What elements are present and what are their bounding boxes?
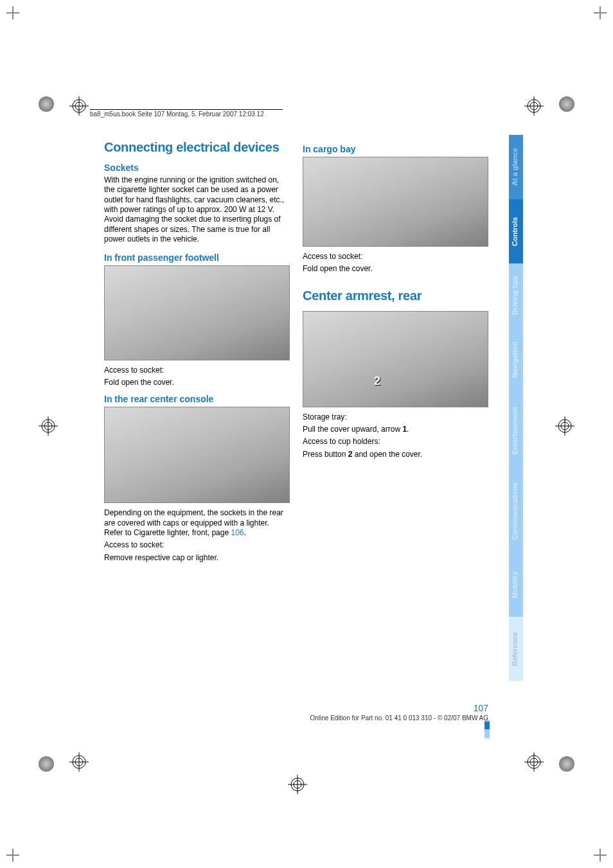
side-tabs: At a glance Controls Driving tips Naviga… — [509, 135, 523, 681]
subsection-title: Sockets — [104, 163, 290, 173]
crop-mark — [594, 6, 607, 19]
tab-mobility[interactable]: Mobility — [509, 553, 523, 617]
figure-callout-number: 2 — [374, 375, 380, 388]
body-text: Access to socket: — [104, 540, 290, 550]
crop-mark — [594, 849, 607, 862]
body-text: Fold open the cover. — [303, 264, 488, 274]
registration-dot — [559, 96, 574, 112]
body-text: Fold open the cover. — [104, 378, 290, 387]
body-text: Depending on the equipment, the sockets … — [104, 508, 290, 538]
page-content: Connecting electrical devices Sockets Wi… — [104, 140, 488, 565]
registration-mark — [69, 96, 89, 116]
tab-at-a-glance[interactable]: At a glance — [509, 135, 523, 199]
footer-accent-bar — [484, 722, 490, 729]
subsection-title: In the rear center console — [104, 394, 290, 404]
body-text: Pull the cover upward, arrow 1. — [303, 425, 488, 434]
tab-controls[interactable]: Controls — [509, 199, 523, 263]
book-header-line: ba8_m5us.book Seite 107 Montag, 5. Febru… — [90, 109, 283, 118]
tab-entertainment[interactable]: Entertainment — [509, 392, 523, 469]
tab-reference[interactable]: Reference — [509, 617, 523, 681]
section-title: Center armrest, rear — [303, 288, 488, 303]
subsection-title: In front passenger footwell — [104, 252, 290, 263]
registration-mark — [524, 752, 544, 772]
figure-center-armrest: 2 — [303, 311, 488, 407]
registration-mark — [555, 416, 574, 436]
footer-edition-line: Online Edition for Part no. 01 41 0 013 … — [310, 714, 488, 722]
registration-mark — [39, 416, 58, 436]
subsection-title: In cargo bay — [303, 144, 488, 154]
figure-footwell — [104, 265, 290, 360]
body-text: Access to socket: — [104, 366, 290, 375]
registration-dot — [39, 756, 54, 772]
body-text: Press button 2 and open the cover. — [303, 450, 488, 459]
registration-dot — [559, 756, 574, 772]
page-number: 107 — [104, 703, 488, 713]
crop-mark — [6, 849, 19, 862]
right-column: In cargo bay Access to socket: Fold open… — [303, 140, 488, 565]
registration-mark — [69, 752, 89, 772]
registration-dot — [39, 96, 54, 112]
crop-mark — [6, 6, 19, 19]
tab-navigation[interactable]: Navigation — [509, 328, 523, 392]
body-text: Access to cup holders: — [303, 437, 488, 447]
tab-driving-tips[interactable]: Driving tips — [509, 263, 523, 328]
figure-rear-console — [104, 407, 290, 503]
registration-mark — [288, 775, 307, 794]
tab-communications[interactable]: Communications — [509, 469, 523, 553]
body-text: Access to socket: — [303, 252, 488, 261]
left-column: Connecting electrical devices Sockets Wi… — [104, 140, 290, 565]
body-text: Remove respective cap or lighter. — [104, 553, 290, 563]
body-text: With the engine running or the ignition … — [104, 175, 290, 245]
section-title: Connecting electrical devices — [104, 140, 290, 155]
registration-mark — [524, 96, 544, 116]
page-reference-link[interactable]: 106 — [231, 528, 244, 537]
body-text: Storage tray: — [303, 412, 488, 422]
page-footer: 107 Online Edition for Part no. 01 41 0 … — [104, 703, 488, 722]
figure-cargo-bay — [303, 157, 488, 247]
